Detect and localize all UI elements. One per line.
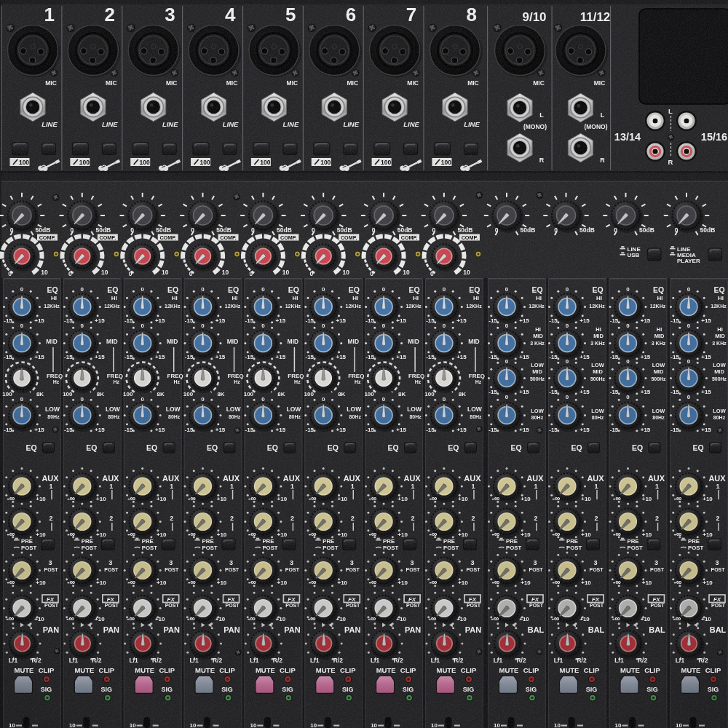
svg-text:EQ: EQ	[388, 443, 399, 452]
svg-text:+15: +15	[456, 354, 467, 360]
svg-text:+10: +10	[36, 496, 46, 502]
svg-text:-∞: -∞	[369, 494, 377, 502]
svg-text:-∞: -∞	[553, 494, 561, 502]
svg-text:PRE: PRE	[383, 538, 395, 545]
svg-text:-15: -15	[426, 427, 435, 433]
svg-text:-15: -15	[365, 354, 374, 360]
svg-text:100: 100	[424, 391, 435, 397]
svg-text:+10: +10	[581, 579, 591, 586]
svg-text:-15: -15	[670, 317, 679, 324]
svg-text:MID: MID	[106, 338, 118, 345]
svg-text:+10: +10	[157, 531, 167, 538]
svg-text:POST: POST	[406, 603, 421, 608]
svg-text:-∞: -∞	[612, 614, 620, 622]
svg-text:3 KHz: 3 KHz	[530, 341, 545, 346]
svg-text:+15: +15	[336, 317, 346, 324]
svg-text:0: 0	[20, 323, 24, 329]
svg-text:-15: -15	[488, 354, 497, 360]
svg-text:3 KHz: 3 KHz	[712, 341, 727, 346]
svg-text:POST: POST	[142, 545, 157, 551]
svg-text:Hz: Hz	[294, 379, 301, 384]
svg-text:SIG: SIG	[586, 686, 598, 693]
svg-text:+15: +15	[34, 427, 44, 433]
svg-text:0: 0	[191, 226, 194, 234]
svg-text:0: 0	[443, 396, 446, 403]
svg-text:12KHz: 12KHz	[225, 304, 241, 309]
svg-text:-∞: -∞	[248, 494, 256, 502]
svg-text:POST: POST	[529, 567, 543, 572]
svg-text:FX: FX	[652, 596, 660, 603]
svg-text:0: 0	[261, 396, 265, 403]
svg-text:0: 0	[251, 226, 255, 234]
svg-text:-15: -15	[185, 317, 194, 324]
svg-text:-∞: -∞	[188, 494, 196, 502]
svg-text:MUTE: MUTE	[681, 666, 701, 674]
svg-text:2: 2	[534, 515, 537, 522]
svg-text:POST: POST	[44, 567, 58, 572]
svg-text:0: 0	[626, 394, 630, 400]
svg-text:PRE: PRE	[142, 538, 154, 545]
svg-text:+10: +10	[458, 496, 468, 502]
svg-text:CLIP: CLIP	[584, 666, 600, 674]
svg-text:MID: MID	[714, 368, 724, 375]
svg-text:PAN: PAN	[284, 625, 300, 634]
svg-text:-∞: -∞	[674, 577, 682, 586]
svg-text:POST: POST	[165, 567, 179, 572]
svg-text:-∞: -∞	[553, 529, 561, 538]
svg-text:80Hz: 80Hz	[229, 414, 241, 419]
svg-text:PRE: PRE	[628, 538, 639, 545]
svg-text:+15: +15	[34, 317, 44, 324]
svg-text:PAN: PAN	[103, 625, 119, 634]
svg-text:0: 0	[141, 286, 144, 293]
svg-text:SIG: SIG	[221, 686, 233, 693]
svg-text:MUTE: MUTE	[376, 666, 396, 674]
svg-text:+15: +15	[276, 317, 286, 324]
svg-text:Hz: Hz	[114, 379, 120, 384]
svg-text:(MONO): (MONO)	[584, 123, 607, 130]
svg-text:-∞: -∞	[308, 614, 316, 622]
svg-text:-15: -15	[549, 389, 558, 395]
svg-text:FREQ: FREQ	[469, 373, 485, 379]
svg-text:-15: -15	[245, 317, 254, 324]
svg-text:10: 10	[615, 722, 622, 728]
svg-text:-∞: -∞	[369, 529, 377, 538]
svg-text:10: 10	[69, 722, 76, 728]
svg-text:R/2: R/2	[577, 657, 587, 664]
svg-text:0: 0	[81, 323, 84, 329]
svg-text:0: 0	[129, 270, 132, 277]
svg-text:0: 0	[505, 286, 509, 293]
svg-text:100: 100	[123, 391, 133, 397]
svg-text:CLIP: CLIP	[400, 666, 416, 674]
svg-text:COMP.: COMP.	[39, 234, 56, 241]
svg-text:+15: +15	[701, 389, 711, 395]
svg-text:2: 2	[230, 515, 234, 522]
svg-text:MID: MID	[532, 368, 542, 375]
svg-text:+10: +10	[701, 616, 711, 622]
svg-text:+15: +15	[215, 354, 226, 360]
svg-text:MUTE: MUTE	[195, 666, 215, 674]
svg-text:50dB: 50dB	[397, 226, 413, 234]
svg-text:0: 0	[261, 286, 265, 293]
svg-text:0: 0	[687, 358, 691, 365]
svg-text:0: 0	[505, 394, 509, 400]
svg-text:10: 10	[371, 722, 377, 728]
svg-text:8K: 8K	[398, 391, 405, 397]
svg-text:POST: POST	[466, 567, 480, 572]
svg-text:+15: +15	[396, 354, 406, 360]
svg-text:MIC: MIC	[347, 79, 358, 87]
svg-text:0: 0	[81, 396, 84, 403]
svg-text:-∞: -∞	[67, 529, 75, 538]
svg-text:POST: POST	[590, 603, 604, 608]
svg-text:-∞: -∞	[309, 529, 317, 538]
svg-text:POST: POST	[323, 545, 338, 551]
svg-text:10: 10	[310, 722, 317, 728]
svg-text:+10: +10	[217, 579, 227, 586]
svg-text:-∞: -∞	[492, 529, 500, 538]
svg-text:5: 5	[285, 4, 296, 25]
svg-text:CLIP: CLIP	[280, 666, 296, 674]
svg-text:12KHz: 12KHz	[165, 304, 181, 309]
svg-text:+10: +10	[458, 579, 468, 586]
svg-text:+15: +15	[336, 354, 346, 360]
svg-text:MID: MID	[593, 333, 604, 339]
svg-text:+10: +10	[155, 616, 165, 622]
